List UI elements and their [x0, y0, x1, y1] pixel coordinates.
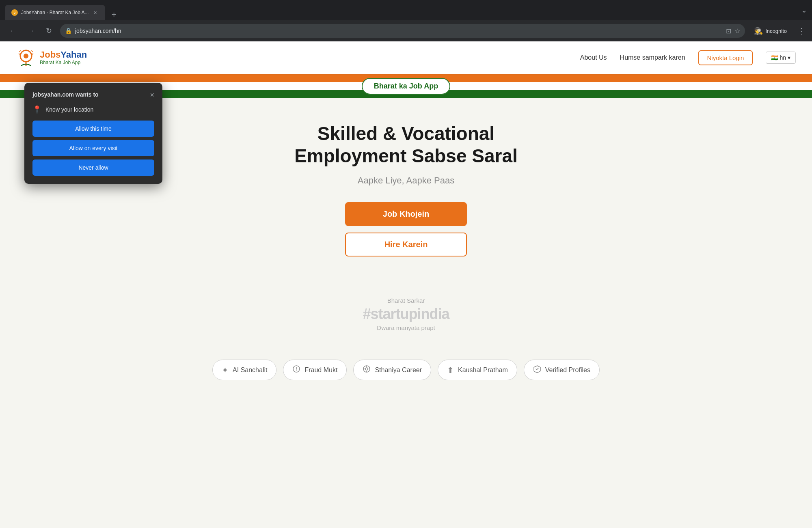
- about-us-link[interactable]: About Us: [580, 54, 607, 61]
- bharat-badge: Bharat ka Job App: [362, 78, 450, 95]
- niyokta-login-button[interactable]: Niyokta Login: [698, 50, 753, 65]
- browser-tabs: J JobsYahan - Bharat Ka Job A... × +: [5, 0, 801, 20]
- sthaniya-label: Sthaniya Career: [375, 366, 422, 374]
- dialog-site-name: jobsyahan.com: [32, 91, 74, 98]
- browser-corner-button[interactable]: ⌄: [801, 6, 807, 15]
- bookmark-icon[interactable]: ☆: [734, 27, 740, 35]
- verified-label: Verified Profiles: [545, 366, 590, 374]
- kaushal-label: Kaushal Pratham: [458, 366, 508, 374]
- address-bar-icons: ⊡ ☆: [726, 27, 740, 35]
- lang-arrow: ▾: [788, 54, 790, 61]
- address-bar[interactable]: 🔒 jobsyahan.com/hn ⊡ ☆: [60, 24, 745, 38]
- kaushal-icon: ⬆: [447, 365, 454, 375]
- logo-bharat: Bharat Ka Job App: [40, 60, 87, 65]
- hero-title-line1: Skilled & Vocational: [317, 123, 495, 144]
- refresh-button[interactable]: ↻: [42, 24, 55, 37]
- incognito-button[interactable]: 🕵 Incognito: [750, 24, 791, 38]
- hire-karein-button[interactable]: Hire Karein: [345, 233, 467, 256]
- startup-label: Bharat Sarkar: [16, 297, 796, 304]
- browser-menu-button[interactable]: ⋮: [797, 26, 806, 36]
- lang-code: hn: [780, 54, 786, 61]
- cta-buttons: Job Khojein Hire Karein: [16, 202, 796, 256]
- permission-text: Know your location: [45, 106, 93, 113]
- browser-top-bar: J JobsYahan - Bharat Ka Job A... × + ⌄: [0, 0, 812, 20]
- feature-tags: ✦ AI Sanchalit Fraud Mukt: [0, 347, 812, 392]
- fraud-label: Fraud Mukt: [304, 366, 337, 374]
- contact-link[interactable]: Humse sampark karen: [620, 54, 685, 61]
- svg-point-4: [296, 370, 297, 371]
- dialog-header: jobsyahan.com wants to ×: [32, 91, 154, 99]
- logo-svg: [16, 48, 36, 67]
- language-selector[interactable]: 🇮🇳 hn ▾: [766, 52, 796, 64]
- site-header: JobsYahan Bharat Ka Job App About Us Hum…: [0, 41, 812, 74]
- forward-button[interactable]: →: [24, 24, 37, 37]
- svg-point-1: [24, 54, 28, 58]
- verified-icon: [533, 365, 541, 375]
- dialog-close-button[interactable]: ×: [150, 91, 154, 99]
- startup-recognition: Dwara manyata prapt: [16, 324, 796, 331]
- feature-sthaniya: Sthaniya Career: [353, 360, 431, 380]
- tab-close-button[interactable]: ×: [92, 9, 99, 16]
- allow-every-visit-button[interactable]: Allow on every visit: [32, 140, 154, 156]
- svg-point-6: [365, 368, 368, 370]
- feature-kaushal: ⬆ Kaushal Pratham: [438, 360, 517, 380]
- allow-this-time-button[interactable]: Allow this time: [32, 121, 154, 137]
- tab-favicon: J: [11, 9, 18, 16]
- startup-hashtag: #startupindia: [16, 306, 796, 323]
- incognito-label: Incognito: [765, 28, 787, 34]
- ai-icon: ✦: [222, 365, 229, 375]
- feature-verified: Verified Profiles: [524, 360, 600, 380]
- sthaniya-icon: [363, 365, 371, 375]
- location-icon: 📍: [32, 105, 41, 114]
- dialog-title: jobsyahan.com wants to: [32, 91, 99, 99]
- feature-ai: ✦ AI Sanchalit: [212, 360, 276, 380]
- feature-fraud: Fraud Mukt: [283, 360, 347, 380]
- website-content: JobsYahan Bharat Ka Job App About Us Hum…: [0, 41, 812, 392]
- dialog-permission-row: 📍 Know your location: [32, 105, 154, 114]
- job-khojein-button[interactable]: Job Khojein: [345, 202, 467, 226]
- security-icon: 🔒: [65, 28, 72, 34]
- url-display: jobsyahan.com/hn: [75, 28, 723, 34]
- active-tab[interactable]: J JobsYahan - Bharat Ka Job A... ×: [5, 5, 105, 20]
- site-navigation: About Us Humse sampark karen Niyokta Log…: [580, 50, 796, 65]
- hero-title-line2: Employment Sabse Saral: [294, 145, 518, 166]
- lang-flag: 🇮🇳: [771, 54, 778, 61]
- browser-address-bar: ← → ↻ 🔒 jobsyahan.com/hn ⊡ ☆ 🕵 Incognito…: [0, 20, 812, 41]
- cast-icon[interactable]: ⊡: [726, 27, 731, 35]
- site-logo: JobsYahan Bharat Ka Job App: [16, 48, 87, 67]
- tab-title: JobsYahan - Bharat Ka Job A...: [21, 10, 89, 15]
- location-permission-dialog: jobsyahan.com wants to × 📍 Know your loc…: [24, 83, 162, 184]
- logo-jobs: JobsYahan: [40, 50, 87, 60]
- fraud-icon: [292, 365, 300, 375]
- startup-india-section: Bharat Sarkar #startupindia Dwara manyat…: [0, 281, 812, 347]
- logo-text: JobsYahan Bharat Ka Job App: [40, 50, 87, 65]
- ai-label: AI Sanchalit: [233, 366, 267, 374]
- back-button[interactable]: ←: [6, 24, 19, 37]
- incognito-icon: 🕵: [754, 26, 763, 35]
- dialog-wants-to: wants to: [76, 91, 99, 98]
- never-allow-button[interactable]: Never allow: [32, 159, 154, 176]
- new-tab-button[interactable]: +: [108, 9, 120, 20]
